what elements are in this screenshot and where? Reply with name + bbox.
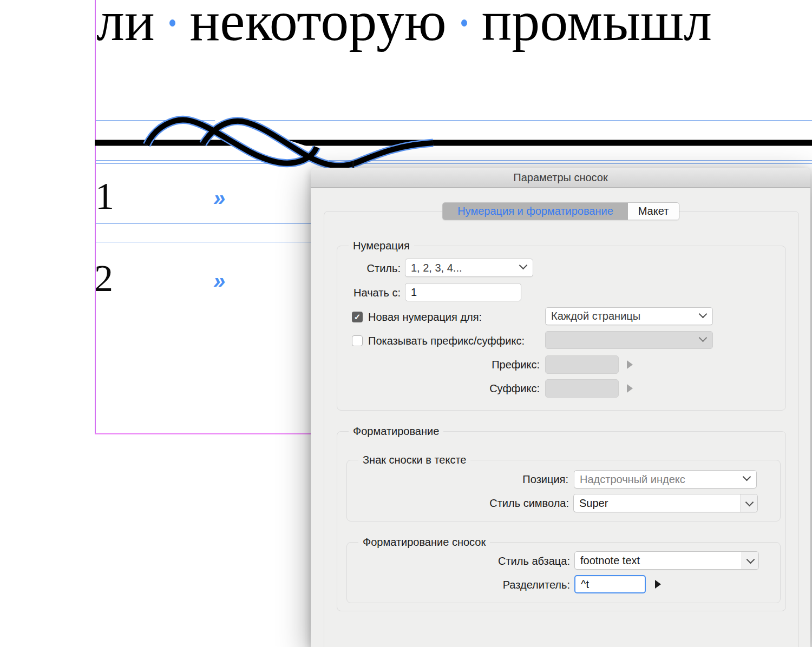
footnote-frame-edge-1 <box>95 223 325 224</box>
position-label: Позиция: <box>476 473 568 486</box>
restart-numbering-dropdown[interactable]: Каждой страницы <box>545 307 713 325</box>
prefix-menu-triangle-icon <box>627 360 633 369</box>
prefix-input <box>545 355 619 374</box>
suffix-input <box>545 379 619 398</box>
separator-value: ^t <box>581 578 589 591</box>
chevron-down-icon <box>748 558 754 564</box>
chevron-down-icon <box>700 336 706 342</box>
position-dropdown[interactable]: Надстрочный индекс <box>574 470 757 488</box>
separator-menu-triangle-icon[interactable] <box>655 580 661 589</box>
numbering-style-dropdown[interactable]: 1, 2, 3, 4... <box>405 259 533 277</box>
space-marker-icon <box>169 19 175 27</box>
show-prefix-suffix-label: Показывать префикс/суффикс: <box>368 334 547 347</box>
tab-label: Нумерация и форматирование <box>457 205 613 217</box>
paragraph-style-dropdown-button[interactable] <box>742 552 758 569</box>
start-at-input[interactable]: 1 <box>405 283 521 301</box>
char-style-value: Super <box>574 497 741 510</box>
footnote-formatting-legend: Форматирование сносок <box>358 536 490 549</box>
footnote-continuation-marker: » <box>213 270 225 292</box>
restart-numbering-label: Новая нумерация для: <box>368 311 547 324</box>
ornamental-divider-rule[interactable] <box>95 114 812 170</box>
start-at-value: 1 <box>411 286 417 299</box>
text-frame-edge-left <box>95 0 96 434</box>
tab-label: Макет <box>638 205 669 217</box>
marker-legend: Знак сноски в тексте <box>358 453 470 466</box>
footnote-options-dialog: Параметры сносок Нумерация и форматирова… <box>311 168 810 647</box>
tab-numbering-formatting[interactable]: Нумерация и форматирование <box>443 203 628 220</box>
style-label: Стиль: <box>343 262 401 275</box>
show-prefix-suffix-checkbox[interactable] <box>352 335 363 346</box>
paragraph-style-label: Стиль абзаца: <box>478 554 570 567</box>
chevron-down-icon <box>744 475 750 481</box>
start-at-label: Начать с: <box>332 286 401 299</box>
footnote-number: 2 <box>94 260 113 298</box>
char-style-combo[interactable]: Super <box>573 494 758 512</box>
checkmark-icon: ✓ <box>354 312 361 322</box>
suffix-label: Суффикс: <box>459 382 540 395</box>
paragraph-style-combo[interactable]: footnote text <box>574 551 759 570</box>
numbering-legend: Нумерация <box>349 239 414 252</box>
formatting-legend: Форматирование <box>349 425 443 438</box>
application-window: ли некоторую промышл 1 » 2 » Параметры с… <box>0 0 812 647</box>
prefix-label: Префикс: <box>459 358 540 371</box>
headline-word: некоторую <box>190 0 447 56</box>
space-marker-icon <box>461 19 467 27</box>
numbering-style-value: 1, 2, 3, 4... <box>411 262 462 274</box>
char-style-dropdown-button[interactable] <box>741 494 757 512</box>
tab-layout[interactable]: Макет <box>628 203 679 220</box>
chevron-down-icon <box>700 312 706 318</box>
dialog-tab-bar: Нумерация и форматирование Макет <box>442 202 679 220</box>
headline-word: ли <box>96 0 155 56</box>
char-style-label: Стиль символа: <box>460 497 569 510</box>
dialog-title: Параметры сносок <box>513 171 607 184</box>
prefix-suffix-dropdown <box>545 331 713 349</box>
footnote-number: 1 <box>95 177 114 215</box>
restart-numbering-value: Каждой страницы <box>551 310 640 322</box>
restart-numbering-checkbox[interactable]: ✓ <box>352 312 363 322</box>
suffix-menu-triangle-icon <box>627 384 633 393</box>
document-headline: ли некоторую промышл <box>96 0 712 56</box>
separator-label: Разделитель: <box>473 578 570 591</box>
footnote-frame-edge-2 <box>95 242 325 242</box>
footnote-continuation-marker: » <box>213 187 225 209</box>
headline-word: промышл <box>482 0 712 56</box>
chevron-down-icon <box>746 500 752 506</box>
separator-input[interactable]: ^t <box>574 575 646 593</box>
chevron-down-icon <box>520 263 526 269</box>
position-value: Надстрочный индекс <box>580 473 685 486</box>
dialog-titlebar: Параметры сносок <box>311 168 810 188</box>
paragraph-style-value: footnote text <box>575 554 742 567</box>
